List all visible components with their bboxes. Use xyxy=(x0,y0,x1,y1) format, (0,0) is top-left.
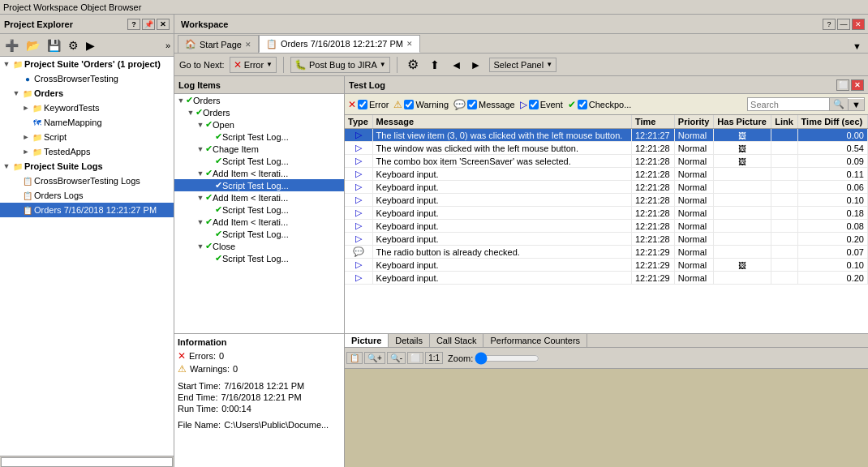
tree-item-script[interactable]: ► 📁 Script xyxy=(0,130,174,144)
expand-log-add3-script[interactable] xyxy=(205,229,215,239)
pic-actual-btn[interactable]: 1:1 xyxy=(425,352,443,364)
close-panel-button[interactable]: ✕ xyxy=(157,19,170,30)
workspace-close-btn[interactable]: ✕ xyxy=(852,19,865,30)
expand-log-add3[interactable]: ▼ xyxy=(196,217,205,227)
search-options-btn[interactable]: ▼ xyxy=(848,99,864,110)
expand-cb-logs[interactable] xyxy=(11,176,21,186)
select-panel-btn[interactable]: Select Panel ▼ xyxy=(489,58,556,72)
expand-log-entry[interactable] xyxy=(11,205,21,215)
sync-btn[interactable]: ⚙ xyxy=(404,54,422,75)
log-tree-add3[interactable]: ▼ ✔ Add Item < Iterati... xyxy=(174,216,344,228)
details-tab-performance[interactable]: Performance Counters xyxy=(483,334,587,347)
filter-warning-checkbox[interactable] xyxy=(404,100,414,109)
tree-item-orders-proj[interactable]: ▼ 📁 Orders xyxy=(0,86,174,101)
expand-log-add2[interactable]: ▼ xyxy=(196,193,205,203)
expand-orders-logs[interactable] xyxy=(11,191,21,200)
test-log-restore-btn[interactable]: ⬜ xyxy=(836,79,849,91)
search-btn[interactable]: 🔍 xyxy=(829,98,848,110)
toolbar-overflow-btn[interactable]: » xyxy=(164,41,172,50)
details-tab-picture[interactable]: Picture xyxy=(345,334,389,347)
tree-item-crossbrowser[interactable]: ● CrossBrowserTesting xyxy=(0,71,174,86)
details-tab-details[interactable]: Details xyxy=(389,334,430,347)
options-btn[interactable]: ⚙ xyxy=(65,37,82,54)
open-btn[interactable]: 📂 xyxy=(23,37,43,54)
expand-log-orders-root[interactable]: ▼ xyxy=(176,96,186,105)
log-tree-add1[interactable]: ▼ ✔ Add Item < Iterati... xyxy=(174,167,344,179)
up-btn[interactable]: ⬆ xyxy=(427,56,443,74)
log-tree-add1-script[interactable]: ✔ Script Test Log... xyxy=(174,179,344,191)
expand-log-close[interactable]: ▼ xyxy=(196,242,205,251)
expand-orders-proj[interactable]: ▼ xyxy=(11,88,21,98)
log-table-row[interactable]: ▷Keyboard input.12:21:28Normal0.11 xyxy=(345,168,868,181)
tree-item-suite-logs[interactable]: ▼ 📁 Project Suite Logs xyxy=(0,159,174,174)
log-tree-orders-root[interactable]: ▼ ✔ Orders xyxy=(174,94,344,106)
tree-item-cb-logs[interactable]: 📋 CrossBrowserTesting Logs xyxy=(0,174,174,188)
run-btn[interactable]: ▶ xyxy=(83,37,98,54)
log-table-row[interactable]: ▷Keyboard input.12:21:28Normal0.18 xyxy=(345,207,868,220)
error-dropdown-btn[interactable]: ✕ Error ▼ xyxy=(230,57,277,73)
expand-log-open-script[interactable] xyxy=(205,132,215,142)
tree-item-suite-orders[interactable]: ▼ 📁 Project Suite 'Orders' (1 project) xyxy=(0,57,174,71)
expand-log-chage[interactable]: ▼ xyxy=(196,144,205,154)
post-bug-btn[interactable]: 🐛 Post Bug to JIRA ▼ xyxy=(290,57,390,73)
search-input[interactable] xyxy=(748,99,829,110)
left-scrollbar[interactable] xyxy=(1,457,173,467)
new-project-btn[interactable]: ➕ xyxy=(2,37,22,54)
expand-log-add1[interactable]: ▼ xyxy=(196,169,205,178)
filter-message-checkbox[interactable] xyxy=(467,100,477,109)
log-tree-close-script[interactable]: ✔ Script Test Log... xyxy=(174,252,344,264)
log-tree-chage-script[interactable]: ✔ Script Test Log... xyxy=(174,155,344,167)
filter-error-checkbox[interactable] xyxy=(358,100,367,109)
log-tree-add2-script[interactable]: ✔ Script Test Log... xyxy=(174,204,344,216)
details-tab-callstack[interactable]: Call Stack xyxy=(430,334,484,347)
tab-orders[interactable]: 📋 Orders 7/16/2018 12:21:27 PM ✕ xyxy=(259,35,420,53)
expand-testedapps[interactable]: ► xyxy=(21,147,31,156)
log-table-row[interactable]: ▷The list view item (3, 0) was clicked w… xyxy=(345,129,868,142)
log-table-row[interactable]: ▷Keyboard input.12:21:28Normal0.06 xyxy=(345,181,868,194)
log-tree-open-script[interactable]: ✔ Script Test Log... xyxy=(174,131,344,143)
tab-orders-close-btn[interactable]: ✕ xyxy=(406,40,413,48)
tab-start-page[interactable]: 🏠 Start Page ✕ xyxy=(178,35,259,53)
log-tree-add3-script[interactable]: ✔ Script Test Log... xyxy=(174,228,344,240)
tree-item-keyword[interactable]: ► 📁 KeywordTests xyxy=(0,101,174,115)
log-table-row[interactable]: ▷Keyboard input.12:21:29Normal0.20 xyxy=(345,272,868,285)
log-tree-chage[interactable]: ▼ ✔ Chage Item xyxy=(174,143,344,155)
tab-start-close-btn[interactable]: ✕ xyxy=(245,41,251,49)
filter-event-checkbox[interactable] xyxy=(529,100,539,109)
test-log-close-btn[interactable]: ✕ xyxy=(851,79,864,91)
tab-overflow-btn[interactable]: ▼ xyxy=(849,40,865,53)
pin-button[interactable]: 📌 xyxy=(142,19,155,30)
log-tree-open[interactable]: ▼ ✔ Open xyxy=(174,118,344,131)
save-btn[interactable]: 💾 xyxy=(44,37,64,54)
log-table-row[interactable]: 💬The radio button is already checked.12:… xyxy=(345,246,868,259)
expand-suite-logs[interactable]: ▼ xyxy=(2,161,11,171)
tree-item-log-entry[interactable]: 📋 Orders 7/16/2018 12:21:27 PM xyxy=(0,203,174,217)
log-table-row[interactable]: ▷Keyboard input.12:21:29Normal🖼0.10 xyxy=(345,259,868,272)
workspace-min-btn[interactable]: — xyxy=(837,19,850,30)
pic-copy-btn[interactable]: 📋 xyxy=(346,352,363,364)
help-button[interactable]: ? xyxy=(127,19,140,30)
zoom-slider[interactable] xyxy=(475,352,539,365)
expand-namemapping[interactable] xyxy=(21,118,31,127)
log-tree-add2[interactable]: ▼ ✔ Add Item < Iterati... xyxy=(174,191,344,204)
log-tree-close[interactable]: ▼ ✔ Close xyxy=(174,240,344,252)
log-table-row[interactable]: ▷The combo box item 'ScreenSaver' was se… xyxy=(345,155,868,168)
log-table-row[interactable]: ▷Keyboard input.12:21:28Normal0.20 xyxy=(345,233,868,246)
tree-item-orders-logs[interactable]: 📋 Orders Logs xyxy=(0,188,174,203)
expand-log-close-script[interactable] xyxy=(205,254,215,263)
back-btn[interactable]: ◄ xyxy=(448,56,466,74)
filter-checkpoint-checkbox[interactable] xyxy=(578,100,587,109)
expand-script[interactable]: ► xyxy=(21,132,31,142)
log-tree-orders-child[interactable]: ▼ ✔ Orders xyxy=(174,106,344,118)
expand-suite-orders[interactable]: ▼ xyxy=(2,59,11,69)
tree-item-testedapps[interactable]: ► 📁 TestedApps xyxy=(0,144,174,159)
expand-log-add2-script[interactable] xyxy=(205,205,215,215)
expand-log-orders-child[interactable]: ▼ xyxy=(186,108,196,118)
log-table-row[interactable]: ▷The window was clicked with the left mo… xyxy=(345,142,868,155)
expand-log-add1-script[interactable] xyxy=(205,181,215,191)
expand-log-chage-script[interactable] xyxy=(205,156,215,166)
forward-btn[interactable]: ► xyxy=(467,56,485,74)
expand-crossbrowser[interactable] xyxy=(11,74,21,84)
expand-log-open[interactable]: ▼ xyxy=(196,120,205,130)
expand-keyword[interactable]: ► xyxy=(21,103,31,113)
